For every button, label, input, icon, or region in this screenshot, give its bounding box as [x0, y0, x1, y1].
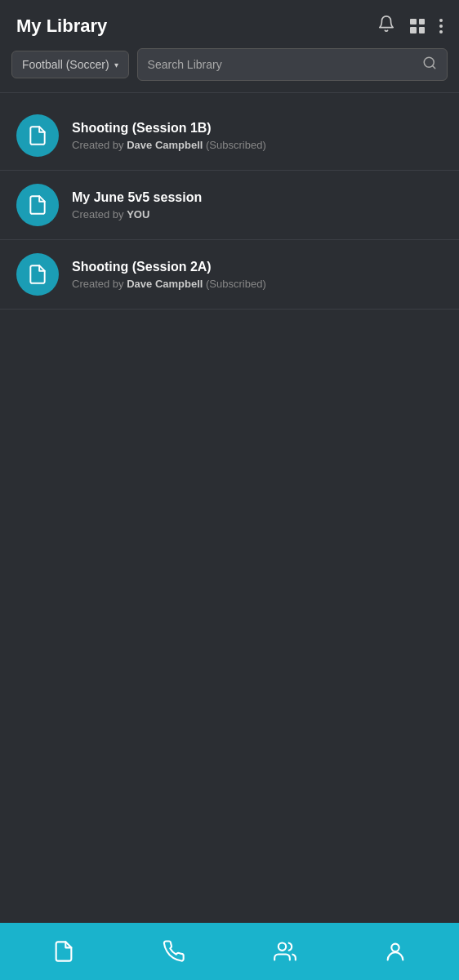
item-icon-2 — [16, 184, 59, 226]
toolbar: Football (Soccer) ▾ — [0, 48, 459, 92]
search-bar[interactable] — [137, 48, 448, 81]
document-icon — [52, 940, 75, 963]
item-content-1: Shooting (Session 1B) Created by Dave Ca… — [72, 121, 443, 151]
svg-point-2 — [279, 943, 286, 951]
item-content-2: My June 5v5 session Created by YOU — [72, 190, 443, 220]
more-vert-icon[interactable] — [439, 19, 443, 33]
nav-item-library[interactable] — [36, 933, 91, 969]
bottom-nav — [0, 923, 459, 980]
list-item[interactable]: Shooting (Session 1B) Created by Dave Ca… — [0, 101, 459, 171]
item-icon-3 — [16, 253, 59, 296]
list-item[interactable]: Shooting (Session 2A) Created by Dave Ca… — [0, 240, 459, 310]
item-title-1: Shooting (Session 1B) — [72, 121, 443, 136]
sport-dropdown[interactable]: Football (Soccer) ▾ — [11, 51, 129, 78]
item-title-2: My June 5v5 session — [72, 190, 443, 205]
search-input[interactable] — [148, 58, 416, 71]
item-icon-1 — [16, 114, 59, 157]
svg-line-1 — [432, 65, 434, 68]
svg-point-3 — [392, 944, 399, 951]
phone-icon — [163, 940, 185, 963]
item-title-3: Shooting (Session 2A) — [72, 260, 443, 274]
item-subtitle-3: Created by Dave Campbell (Subscribed) — [72, 278, 443, 290]
list-item[interactable]: My June 5v5 session Created by YOU — [0, 171, 459, 240]
header: My Library — [0, 0, 459, 48]
search-icon — [422, 56, 437, 74]
bell-icon[interactable] — [377, 15, 395, 37]
item-subtitle-2: Created by YOU — [72, 208, 443, 220]
profile-icon — [384, 940, 407, 963]
grid-icon[interactable] — [410, 19, 425, 33]
chevron-down-icon: ▾ — [114, 60, 118, 69]
nav-item-phone[interactable] — [146, 933, 202, 969]
item-subtitle-1: Created by Dave Campbell (Subscribed) — [72, 139, 443, 151]
item-content-3: Shooting (Session 2A) Created by Dave Ca… — [72, 260, 443, 290]
nav-item-team[interactable] — [257, 933, 313, 969]
page-title: My Library — [16, 16, 107, 37]
library-list: Shooting (Session 1B) Created by Dave Ca… — [0, 93, 459, 923]
nav-item-profile[interactable] — [368, 933, 423, 969]
team-icon — [274, 940, 296, 963]
sport-label: Football (Soccer) — [22, 58, 109, 71]
header-actions — [377, 15, 443, 37]
